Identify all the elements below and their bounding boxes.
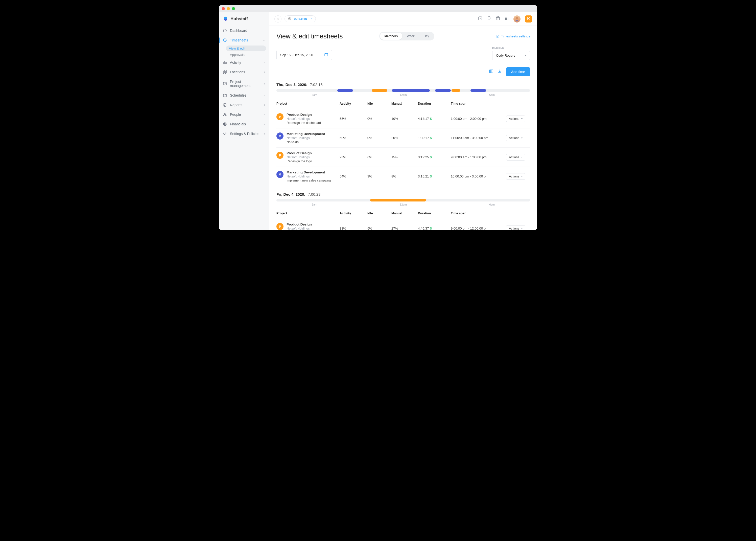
sidebar-item-dashboard[interactable]: Dashboard — [219, 26, 269, 35]
timesheets-settings-link[interactable]: Timesheets settings — [496, 34, 530, 38]
project-name: Marketing Development — [287, 132, 325, 136]
download-icon[interactable] — [498, 69, 502, 75]
svg-rect-25 — [325, 53, 328, 56]
member-select[interactable]: Cody Rogers ▾ — [492, 51, 530, 60]
sidebar-item-people[interactable]: People › — [219, 110, 269, 119]
bell-icon[interactable] — [487, 16, 491, 22]
project-name: Product Design — [287, 151, 312, 155]
sidebar-item-locations[interactable]: Locations › — [219, 67, 269, 77]
table-header: ProjectActivityIdleManualDurationTime sp… — [276, 98, 530, 109]
timeline-marks: 6am 12pm 6pm — [276, 202, 530, 206]
chevron-down-icon: ▾ — [525, 54, 526, 57]
view-toggle-week[interactable]: Week — [402, 33, 419, 40]
sidebar-subitem-view-edit[interactable]: View & edit — [226, 46, 266, 51]
cell-duration: 1:30:17 $ — [418, 136, 451, 140]
activity-icon — [223, 60, 227, 65]
dollar-icon: $ — [430, 117, 431, 121]
project-task: Redesign the logo — [287, 160, 312, 163]
chevron-down-icon: ⌄ — [263, 38, 265, 42]
member-select-value: Cody Rogers — [496, 54, 515, 57]
row-actions-button[interactable]: Actions▾ — [506, 173, 525, 180]
sidebar-item-financials[interactable]: Financials › — [219, 119, 269, 129]
row-actions-button[interactable]: Actions▾ — [506, 225, 525, 230]
arrow-left-icon — [276, 17, 280, 21]
minimize-window-dot[interactable] — [227, 7, 230, 10]
columns-icon[interactable] — [489, 69, 493, 75]
cell-timespan: 9:00:00 am - 1:00:00 pm — [451, 155, 504, 159]
day-block: Thu, Dec 3, 2020: 7:02:18 6am 12pm 6pm P… — [276, 82, 530, 186]
svg-rect-17 — [505, 18, 506, 19]
calendar-icon — [223, 93, 227, 97]
row-actions-button[interactable]: Actions▾ — [506, 116, 525, 122]
sidebar-item-settings-policies[interactable]: Settings & Policies › — [219, 129, 269, 139]
sidebar-item-project-management[interactable]: Project management › — [219, 77, 269, 91]
view-toggle-members[interactable]: Members — [380, 33, 402, 40]
maximize-window-dot[interactable] — [232, 7, 235, 10]
sidebar-item-reports[interactable]: Reports › — [219, 100, 269, 110]
date-range-picker[interactable]: Sep 16 - Dec 15, 2020 — [276, 50, 332, 60]
svg-rect-15 — [506, 17, 507, 17]
row-actions-button[interactable]: Actions▾ — [506, 154, 525, 161]
brand[interactable]: Hubstaff — [219, 12, 269, 26]
calendar-icon — [324, 53, 328, 57]
sidebar-item-activity[interactable]: Activity › — [219, 58, 269, 67]
help-icon[interactable]: ? — [478, 16, 482, 22]
apps-grid-icon[interactable] — [505, 16, 509, 22]
table-row: M Marketing Development Netsoft Holdings… — [276, 129, 530, 148]
cell-duration: 4:45:37 $ — [418, 227, 451, 230]
svg-point-6 — [225, 114, 226, 115]
svg-point-24 — [497, 36, 498, 37]
col-header: Manual — [391, 102, 418, 105]
cell-duration: 4:14:17 $ — [418, 117, 451, 121]
org-switcher[interactable]: K — [525, 15, 532, 23]
sidebar-item-schedules[interactable]: Schedules › — [219, 91, 269, 100]
dollar-icon — [223, 122, 227, 126]
cell-activity: 60% — [340, 136, 368, 140]
chevron-right-icon: › — [264, 113, 265, 116]
timer-pill[interactable]: 02:44:15 — [285, 15, 316, 22]
sidebar-subitem-approvals[interactable]: Approvals — [219, 52, 269, 58]
day-block: Fri, Dec 4, 2020: 7:00:23 6am 12pm 6pm P… — [276, 192, 530, 230]
cell-timespan: 10:00:00 pm - 3:00:00 pm — [451, 175, 504, 178]
chevron-right-icon: › — [264, 103, 265, 107]
timeline-segment — [370, 199, 426, 202]
sidebar-item-label: Reports — [230, 103, 242, 107]
chevron-down-icon: ▾ — [521, 156, 523, 159]
col-header: Activity — [340, 102, 368, 105]
day-date: Thu, Dec 3, 2020: — [276, 82, 308, 87]
chevron-right-icon: › — [264, 82, 265, 86]
project-name: Product Design — [287, 113, 321, 117]
timesheets-settings-label: Timesheets settings — [501, 34, 530, 38]
col-header: Duration — [418, 102, 451, 105]
cell-manual: 27% — [391, 227, 418, 230]
cell-timespan: 9:00:00 pm - 12:00:00 pm — [451, 227, 504, 230]
svg-point-9 — [225, 134, 225, 135]
col-header: Manual — [391, 212, 418, 215]
row-actions-button[interactable]: Actions▾ — [506, 135, 525, 141]
close-window-dot[interactable] — [222, 7, 225, 10]
view-toggle-day[interactable]: Day — [419, 33, 433, 40]
timeline-segment — [372, 89, 387, 92]
add-time-button[interactable]: Add time — [506, 67, 530, 76]
sidebar-item-timesheets[interactable]: Timesheets ⌄ — [219, 35, 269, 45]
project-name: Product Design — [287, 223, 324, 226]
chevron-right-icon: › — [264, 70, 265, 74]
timeline-segment — [392, 89, 430, 92]
timeline — [276, 199, 530, 202]
cell-manual: 10% — [391, 117, 418, 121]
sidebar-item-label: Dashboard — [230, 29, 247, 33]
project-avatar: P — [276, 113, 284, 120]
date-range-value: Sep 16 - Dec 15, 2020 — [280, 53, 313, 57]
timeline — [276, 89, 530, 92]
sidebar: Hubstaff Dashboard Timesheets ⌄View & ed… — [219, 12, 269, 230]
sidebar-item-label: Financials — [230, 122, 246, 126]
sidebar-item-label: Activity — [230, 60, 241, 65]
people-icon — [223, 113, 227, 117]
gear-icon — [496, 34, 500, 38]
gift-icon[interactable] — [496, 16, 500, 22]
svg-point-10 — [226, 133, 226, 134]
back-button[interactable] — [274, 15, 282, 23]
user-avatar[interactable] — [513, 15, 521, 23]
col-header: Project — [276, 102, 340, 105]
svg-rect-21 — [506, 19, 507, 20]
